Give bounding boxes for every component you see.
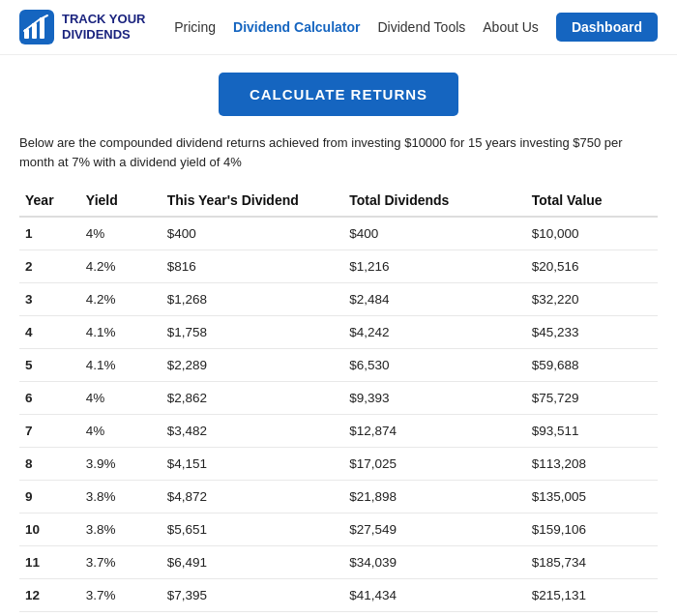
calculate-returns-button[interactable]: CALCULATE RETURNS xyxy=(219,73,458,116)
header: TRACK YOUR DIVIDENDS Pricing Dividend Ca… xyxy=(0,0,677,55)
cell-this-year: $400 xyxy=(162,217,344,250)
cell-total-div: $49,805 xyxy=(343,612,526,617)
nav-about-us[interactable]: About Us xyxy=(483,19,539,35)
table-row: 11 3.7% $6,491 $34,039 $185,734 xyxy=(19,546,658,579)
col-header-year: Year xyxy=(19,185,80,217)
cell-year: 13 xyxy=(19,612,80,617)
col-header-yield: Yield xyxy=(80,185,162,217)
cell-this-year: $1,758 xyxy=(162,316,344,349)
nav: Pricing Dividend Calculator Dividend Too… xyxy=(174,13,658,42)
cell-year: 10 xyxy=(19,513,80,546)
table-row: 5 4.1% $2,289 $6,530 $59,688 xyxy=(19,349,658,382)
cell-this-year: $4,151 xyxy=(162,448,344,481)
logo-text: TRACK YOUR DIVIDENDS xyxy=(62,12,145,42)
cell-total-val: $247,560 xyxy=(526,612,658,617)
cell-year: 9 xyxy=(19,481,80,513)
table-row: 13 3.6% $8,370 $49,805 $247,560 xyxy=(19,612,658,617)
cell-yield: 4.2% xyxy=(80,250,162,283)
table-row: 4 4.1% $1,758 $4,242 $45,233 xyxy=(19,316,658,349)
cell-year: 5 xyxy=(19,349,80,382)
logo-icon xyxy=(19,10,54,44)
logo: TRACK YOUR DIVIDENDS xyxy=(19,10,145,44)
cell-total-val: $135,005 xyxy=(526,481,658,513)
table-row: 7 4% $3,482 $12,874 $93,511 xyxy=(19,415,658,448)
cell-this-year: $8,370 xyxy=(162,612,344,617)
cell-this-year: $3,482 xyxy=(162,415,344,448)
table-row: 8 3.9% $4,151 $17,025 $113,208 xyxy=(19,448,658,481)
description-text: Below are the compounded dividend return… xyxy=(19,133,658,171)
nav-dividend-tools[interactable]: Dividend Tools xyxy=(377,19,465,35)
cell-total-div: $17,025 xyxy=(343,448,526,481)
cell-this-year: $2,862 xyxy=(162,382,344,415)
cell-this-year: $5,651 xyxy=(162,513,344,546)
cell-year: 3 xyxy=(19,283,80,316)
cell-year: 4 xyxy=(19,316,80,349)
table-row: 12 3.7% $7,395 $41,434 $215,131 xyxy=(19,579,658,612)
cell-yield: 4% xyxy=(80,382,162,415)
cell-this-year: $4,872 xyxy=(162,481,344,513)
cell-total-div: $1,216 xyxy=(343,250,526,283)
table-header-row: Year Yield This Year's Dividend Total Di… xyxy=(19,185,658,217)
cell-this-year: $7,395 xyxy=(162,579,344,612)
table-row: 2 4.2% $816 $1,216 $20,516 xyxy=(19,250,658,283)
col-header-total-div: Total Dividends xyxy=(343,185,526,217)
table-row: 10 3.8% $5,651 $27,549 $159,106 xyxy=(19,513,658,546)
cell-total-val: $159,106 xyxy=(526,513,658,546)
cell-total-val: $185,734 xyxy=(526,546,658,579)
cell-yield: 4.2% xyxy=(80,283,162,316)
cell-yield: 3.8% xyxy=(80,481,162,513)
dashboard-button[interactable]: Dashboard xyxy=(556,13,658,42)
table-row: 9 3.8% $4,872 $21,898 $135,005 xyxy=(19,481,658,513)
cell-total-div: $2,484 xyxy=(343,283,526,316)
table-row: 3 4.2% $1,268 $2,484 $32,220 xyxy=(19,283,658,316)
cell-this-year: $6,491 xyxy=(162,546,344,579)
returns-table: Year Yield This Year's Dividend Total Di… xyxy=(19,185,658,616)
cell-total-val: $10,000 xyxy=(526,217,658,250)
cell-this-year: $816 xyxy=(162,250,344,283)
cell-year: 7 xyxy=(19,415,80,448)
cell-total-val: $215,131 xyxy=(526,579,658,612)
cell-total-div: $27,549 xyxy=(343,513,526,546)
cell-yield: 3.7% xyxy=(80,579,162,612)
cell-total-val: $45,233 xyxy=(526,316,658,349)
cell-this-year: $1,268 xyxy=(162,283,344,316)
cell-yield: 3.9% xyxy=(80,448,162,481)
table-row: 6 4% $2,862 $9,393 $75,729 xyxy=(19,382,658,415)
nav-pricing[interactable]: Pricing xyxy=(174,19,216,35)
col-header-total-val: Total Value xyxy=(526,185,658,217)
cell-this-year: $2,289 xyxy=(162,349,344,382)
table-row: 1 4% $400 $400 $10,000 xyxy=(19,217,658,250)
cell-year: 2 xyxy=(19,250,80,283)
cell-total-div: $41,434 xyxy=(343,579,526,612)
cell-yield: 4% xyxy=(80,415,162,448)
cell-total-val: $93,511 xyxy=(526,415,658,448)
cell-yield: 4% xyxy=(80,217,162,250)
main-content: CALCULATE RETURNS Below are the compound… xyxy=(0,55,677,616)
cell-total-val: $32,220 xyxy=(526,283,658,316)
cell-yield: 3.8% xyxy=(80,513,162,546)
cell-yield: 3.6% xyxy=(80,612,162,617)
cell-total-div: $6,530 xyxy=(343,349,526,382)
cell-total-val: $113,208 xyxy=(526,448,658,481)
cell-year: 6 xyxy=(19,382,80,415)
cell-yield: 4.1% xyxy=(80,316,162,349)
cell-total-val: $59,688 xyxy=(526,349,658,382)
cell-total-div: $21,898 xyxy=(343,481,526,513)
table-body: 1 4% $400 $400 $10,000 2 4.2% $816 $1,21… xyxy=(19,217,658,616)
cell-total-div: $400 xyxy=(343,217,526,250)
calculate-btn-wrapper: CALCULATE RETURNS xyxy=(19,73,658,116)
svg-rect-3 xyxy=(40,17,44,39)
cell-total-div: $4,242 xyxy=(343,316,526,349)
cell-year: 11 xyxy=(19,546,80,579)
cell-yield: 3.7% xyxy=(80,546,162,579)
cell-total-div: $9,393 xyxy=(343,382,526,415)
cell-total-val: $75,729 xyxy=(526,382,658,415)
cell-total-div: $12,874 xyxy=(343,415,526,448)
nav-dividend-calculator[interactable]: Dividend Calculator xyxy=(233,19,360,35)
cell-year: 12 xyxy=(19,579,80,612)
cell-year: 1 xyxy=(19,217,80,250)
cell-yield: 4.1% xyxy=(80,349,162,382)
cell-total-val: $20,516 xyxy=(526,250,658,283)
cell-year: 8 xyxy=(19,448,80,481)
col-header-this-year: This Year's Dividend xyxy=(162,185,344,217)
